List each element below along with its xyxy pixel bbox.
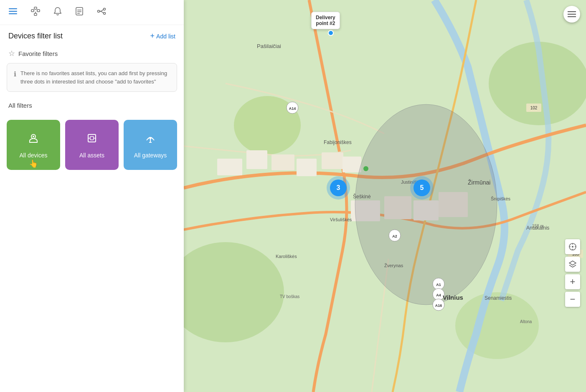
map-menu-button[interactable] [563,6,580,23]
plus-icon: + [150,32,155,40]
svg-rect-32 [217,159,242,175]
map-svg: A1 A4 A16 A14 A2 102 103 Pašilaičiai Fab… [184,0,586,392]
favorite-filters-label[interactable]: ☆ Favorite filters [8,49,175,58]
svg-text:Šeškinė: Šeškinė [353,193,371,200]
svg-rect-35 [297,159,317,176]
svg-rect-6 [34,13,37,15]
svg-point-17 [104,13,106,15]
filter-card-all-gateways[interactable]: All gateways [124,120,177,170]
svg-text:Žirmūnai: Žirmūnai [468,179,490,186]
all-filters-label: All filters [8,102,175,109]
info-text: There is no favorites asset lists, you c… [20,69,170,86]
svg-point-16 [104,8,106,10]
sidebar-header: Devices filter list + Add list [0,25,184,46]
svg-text:Žverynas: Žverynas [384,263,403,268]
svg-point-26 [150,138,151,139]
info-icon: ℹ [14,70,16,78]
cursor-icon: 👆 [29,159,38,168]
map-controls: + − [565,239,580,309]
filter-cards: All devices 👆 All assets [0,120,184,170]
routing-icon[interactable] [95,5,108,20]
svg-text:Šnipiškės: Šnipiškės [491,196,511,201]
svg-text:Senamiestis: Senamiestis [485,295,512,301]
svg-rect-11 [76,8,83,15]
list-icon[interactable] [74,5,85,20]
layers-button[interactable] [565,257,580,272]
svg-rect-34 [271,154,294,170]
svg-text:A4: A4 [436,293,441,297]
all-devices-icon [27,132,40,148]
svg-rect-3 [31,10,34,12]
topology-icon[interactable] [29,5,42,20]
svg-text:Fabijoniškes: Fabijoniškes [324,139,352,145]
filter-card-all-assets[interactable]: All assets [65,120,119,170]
svg-rect-36 [322,152,343,169]
all-assets-icon [85,132,99,148]
menu-icon[interactable] [7,5,19,20]
topnav [0,0,184,25]
filter-card-all-devices[interactable]: All devices 👆 [7,120,60,170]
locate-button[interactable] [565,239,580,254]
svg-point-19 [33,136,34,137]
notification-icon[interactable] [52,5,63,20]
zoom-in-button[interactable]: + [565,274,580,289]
favorite-filters-text: Favorite filters [18,50,58,57]
svg-text:A1: A1 [436,283,441,287]
svg-text:Pašilaičiai: Pašilaičiai [257,43,281,49]
svg-text:158 m: 158 m [532,224,544,228]
all-filters-section: All filters [0,99,184,120]
svg-point-15 [98,10,100,13]
star-icon: ☆ [8,49,15,58]
svg-text:Altona: Altona [520,319,532,324]
svg-rect-33 [246,150,267,169]
add-list-button[interactable]: + Add list [150,32,175,40]
favorite-section: ☆ Favorite filters [0,46,184,63]
svg-rect-4 [37,10,40,12]
svg-rect-21 [90,137,94,140]
svg-text:TV boškas: TV boškas [280,294,299,299]
svg-text:A2: A2 [392,234,397,238]
all-assets-label: All assets [79,152,104,159]
sidebar: Devices filter list + Add list ☆ Favorit… [0,0,184,392]
info-box: ℹ There is no favorites asset lists, you… [7,63,177,92]
svg-text:A16: A16 [435,303,442,308]
svg-text:Justiniškės: Justiniškės [401,180,424,185]
add-list-label: Add list [156,33,175,40]
svg-rect-37 [342,157,361,172]
svg-text:Viršuliškės: Viršuliškės [330,217,352,222]
all-gateways-label: All gateways [134,152,167,159]
svg-point-42 [355,104,497,305]
all-devices-label: All devices [20,152,48,159]
svg-point-76 [572,246,573,248]
all-gateways-icon [144,132,157,148]
svg-text:A14: A14 [289,106,296,111]
zoom-out-button[interactable]: − [565,292,580,307]
map-area[interactable]: A1 A4 A16 A14 A2 102 103 Pašilaičiai Fab… [184,0,586,392]
svg-text:Karoliškės: Karoliškės [276,254,297,259]
svg-text:102: 102 [530,106,538,110]
svg-rect-5 [34,7,37,9]
sidebar-title: Devices filter list [8,32,63,40]
svg-text:Vilnius: Vilnius [443,294,463,301]
